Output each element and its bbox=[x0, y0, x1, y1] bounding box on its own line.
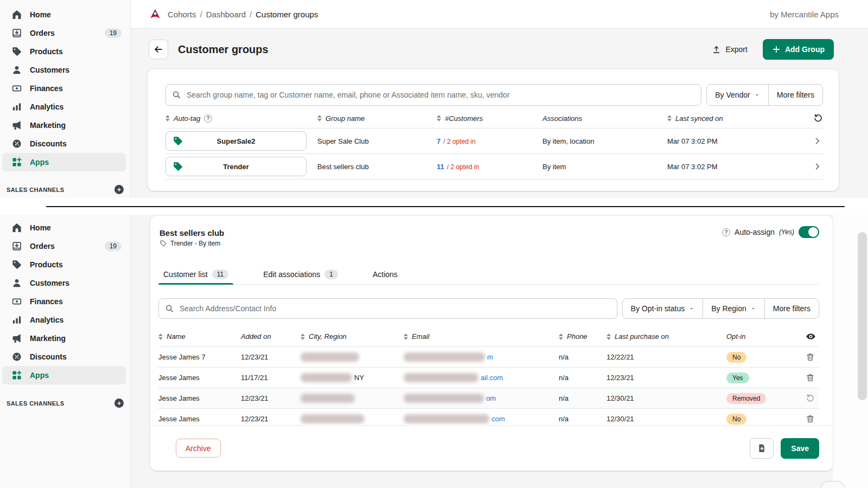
customer-row[interactable]: Jesse James 12/23/21 om n/a 12/30/21 Rem… bbox=[158, 388, 819, 409]
sidebar-nav: Home Orders19 Products Customers Finance… bbox=[0, 0, 130, 171]
add-sales-channel-icon[interactable]: + bbox=[114, 185, 124, 194]
group-associations: By item bbox=[542, 163, 667, 171]
auto-assign-control: ? Auto-assign (Yes) bbox=[722, 226, 819, 238]
email-link-fragment[interactable]: m bbox=[487, 353, 493, 361]
group-tag-chip[interactable]: SuperSale2 bbox=[165, 131, 307, 151]
group-tag-label: SuperSale2 bbox=[217, 137, 256, 145]
sidebar-item-finances[interactable]: Finances bbox=[0, 292, 130, 311]
group-name: Super Sale Club bbox=[317, 137, 437, 145]
customers-search-input[interactable] bbox=[158, 298, 617, 319]
delete-customer-icon[interactable] bbox=[787, 352, 819, 362]
sidebar-item-home[interactable]: Home bbox=[0, 5, 130, 24]
sidebar-item-marketing[interactable]: Marketing bbox=[0, 329, 130, 348]
sidebar-item-analytics[interactable]: Analytics bbox=[0, 98, 130, 116]
apps-icon bbox=[11, 157, 22, 168]
sidebar-item-finances[interactable]: Finances bbox=[0, 79, 130, 98]
redaction-blur bbox=[404, 414, 489, 423]
group-row-trender[interactable]: Trender Best sellers club 11 / 2 opted i… bbox=[165, 154, 823, 179]
auto-assign-toggle[interactable] bbox=[799, 226, 819, 238]
col-email[interactable]: Email bbox=[404, 332, 559, 341]
breadcrumb-app[interactable]: Cohorts bbox=[168, 10, 196, 19]
email-link-fragment[interactable]: om bbox=[486, 394, 496, 402]
sidebar-item-apps[interactable]: Apps bbox=[2, 153, 126, 171]
col-phone[interactable]: Phone bbox=[559, 332, 607, 341]
by-optin-status-filter[interactable]: By Opt-in status bbox=[623, 299, 703, 318]
help-fab-partial[interactable] bbox=[820, 481, 845, 488]
group-row-supersale[interactable]: SuperSale2 Super Sale Club 7 / 2 opted i… bbox=[165, 129, 823, 154]
col-city-region[interactable]: City, Region bbox=[301, 332, 404, 341]
restore-customer-icon[interactable] bbox=[787, 394, 819, 403]
sidebar-item-discounts[interactable]: Discounts bbox=[0, 348, 130, 366]
refresh-icon[interactable] bbox=[803, 113, 823, 123]
col-last-synced[interactable]: Last synced on bbox=[667, 114, 803, 123]
add-sales-channel-icon[interactable]: + bbox=[114, 399, 124, 408]
groups-more-filters-button[interactable]: More filters bbox=[768, 85, 822, 105]
sidebar-item-orders[interactable]: Orders19 bbox=[0, 237, 130, 255]
group-detail-card: Best sellers club Trender - By item ? Au… bbox=[150, 216, 833, 471]
redaction-blur bbox=[301, 352, 359, 362]
sidebar-item-marketing[interactable]: Marketing bbox=[0, 116, 130, 134]
sort-icon bbox=[667, 115, 672, 121]
customers-more-filters-button[interactable]: More filters bbox=[764, 299, 819, 318]
group-tag-chip[interactable]: Trender bbox=[165, 157, 307, 176]
help-icon[interactable]: ? bbox=[722, 228, 730, 236]
sort-icon bbox=[165, 115, 170, 121]
chevron-right-icon[interactable] bbox=[803, 137, 823, 145]
group-customer-count: 11 / 2 opted in bbox=[437, 163, 542, 171]
groups-filter-group: By Vendor More filters bbox=[706, 84, 823, 106]
optin-status-badge: Yes bbox=[726, 373, 749, 383]
sales-channels-label: SALES CHANNELS bbox=[7, 187, 64, 193]
customer-city-redacted bbox=[301, 352, 404, 362]
sidebar-item-products[interactable]: Products bbox=[0, 42, 130, 61]
customer-row[interactable]: Jesse James 11/17/21 NY ail.com n/a 12/2… bbox=[158, 368, 819, 388]
groups-search-input[interactable] bbox=[165, 84, 701, 106]
sidebar-item-discounts[interactable]: Discounts bbox=[0, 134, 130, 153]
by-region-filter[interactable]: By Region bbox=[703, 299, 764, 318]
customer-added-on: 12/23/21 bbox=[241, 394, 301, 402]
sidebar-item-home[interactable]: Home bbox=[0, 219, 130, 237]
col-customers[interactable]: #Customers bbox=[437, 114, 542, 123]
delete-customer-icon[interactable] bbox=[787, 414, 819, 423]
sidebar-item-orders[interactable]: Orders19 bbox=[0, 24, 130, 42]
email-link-fragment[interactable]: ail.com bbox=[481, 374, 503, 382]
megaphone-icon bbox=[11, 120, 22, 131]
help-icon[interactable]: ? bbox=[204, 114, 212, 123]
col-associations: Associations bbox=[542, 114, 667, 123]
chevron-right-icon[interactable] bbox=[803, 162, 823, 171]
delete-customer-icon[interactable] bbox=[787, 373, 819, 382]
col-last-purchase[interactable]: Last purchase on bbox=[607, 332, 718, 341]
sidebar-item-customers[interactable]: Customers bbox=[0, 274, 130, 292]
back-button[interactable] bbox=[149, 40, 168, 59]
add-group-button[interactable]: Add Group bbox=[763, 39, 834, 60]
breadcrumb-section[interactable]: Dashboard bbox=[206, 10, 246, 19]
eye-icon[interactable] bbox=[787, 331, 819, 342]
import-file-button[interactable] bbox=[750, 438, 774, 459]
customer-row[interactable]: Jesse James 12/23/21 com n/a 12/30/21 No bbox=[158, 409, 819, 425]
customer-row[interactable]: Jesse James 7 12/23/21 m n/a 12/22/21 No bbox=[158, 347, 819, 368]
by-vendor-filter[interactable]: By Vendor bbox=[707, 85, 768, 105]
customer-last-purchase: 12/30/21 bbox=[607, 415, 718, 423]
orders-count-badge: 19 bbox=[105, 28, 122, 38]
tab-actions[interactable]: Actions bbox=[368, 265, 403, 284]
customer-phone: n/a bbox=[559, 374, 607, 382]
col-group-name[interactable]: Group name bbox=[317, 114, 437, 123]
export-button[interactable]: Export bbox=[712, 45, 747, 54]
sidebar-item-apps[interactable]: Apps bbox=[2, 366, 126, 384]
sidebar-item-products[interactable]: Products bbox=[0, 255, 130, 274]
customer-added-on: 12/23/21 bbox=[241, 415, 301, 423]
email-link-fragment[interactable]: com bbox=[492, 415, 505, 423]
tab-customer-list[interactable]: Customer list 11 bbox=[158, 265, 233, 284]
groups-search bbox=[165, 84, 701, 106]
col-name[interactable]: Name bbox=[158, 332, 241, 341]
apps-icon bbox=[11, 370, 22, 381]
tab-edit-associations[interactable]: Edit associations 1 bbox=[258, 265, 343, 284]
customer-phone: n/a bbox=[559, 394, 607, 402]
sidebar-top: Home Orders19 Products Customers Finance… bbox=[0, 0, 131, 198]
col-auto-tag[interactable]: Auto-tag ? bbox=[165, 114, 317, 123]
customers-search-row: By Opt-in status By Region More filters bbox=[158, 298, 819, 319]
sidebar-item-analytics[interactable]: Analytics bbox=[0, 311, 130, 329]
sidebar-item-customers[interactable]: Customers bbox=[0, 61, 130, 79]
archive-button[interactable]: Archive bbox=[176, 439, 221, 458]
scrollbar-thumb[interactable] bbox=[858, 232, 867, 400]
save-button[interactable]: Save bbox=[781, 438, 819, 459]
